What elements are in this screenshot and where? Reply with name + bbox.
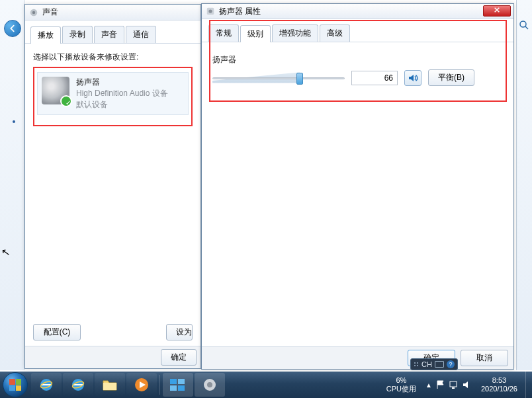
- sound-tabs: 播放 录制 声音 通信: [25, 20, 200, 44]
- cpu-usage-label: CPU使用: [386, 385, 416, 393]
- tab-advanced[interactable]: 高级: [320, 24, 350, 42]
- svg-rect-17: [178, 379, 185, 384]
- speaker-icon: [42, 77, 69, 104]
- taskbar-ie-button[interactable]: [31, 373, 62, 397]
- playback-instruction: 选择以下播放设备来修改设置:: [33, 52, 193, 63]
- lang-indicator[interactable]: CH: [421, 360, 432, 368]
- network-icon[interactable]: [449, 380, 459, 389]
- slider-track: [212, 77, 345, 79]
- tab-sounds[interactable]: 声音: [94, 26, 124, 43]
- sound-icon: [29, 8, 38, 17]
- volume-icon: [408, 73, 418, 83]
- close-icon: [494, 7, 500, 13]
- svg-point-6: [414, 362, 416, 364]
- cpu-usage-percent: 6%: [386, 376, 416, 385]
- taskbar-explorer-button[interactable]: [95, 373, 125, 397]
- device-item-speaker[interactable]: 扬声器 High Definition Audio 设备 默认设备: [37, 72, 189, 115]
- svg-rect-16: [170, 379, 177, 384]
- svg-line-1: [525, 26, 528, 29]
- sound-dialog-titlebar[interactable]: 声音: [25, 5, 200, 20]
- start-button[interactable]: [3, 372, 28, 397]
- lang-grip-icon: [414, 362, 419, 367]
- taskbar-sound-window[interactable]: [195, 373, 225, 397]
- svg-point-0: [520, 21, 526, 27]
- set-default-button[interactable]: 设为: [166, 324, 193, 340]
- show-desktop-button[interactable]: [525, 372, 532, 398]
- prop-dialog-footer: 确定 取消: [202, 346, 513, 369]
- prop-tabs: 常规 级别 增强功能 高级: [202, 19, 513, 42]
- svg-rect-22: [450, 381, 457, 387]
- system-tray: ▲: [421, 380, 476, 389]
- explorer-nav-pane: [0, 0, 24, 370]
- configure-button[interactable]: 配置(C): [33, 324, 81, 340]
- svg-rect-23: [452, 387, 455, 389]
- balance-button[interactable]: 平衡(B): [428, 69, 474, 86]
- search-icon[interactable]: [519, 20, 529, 30]
- desktop-tiles-icon: [169, 378, 187, 391]
- tab-communications[interactable]: 通信: [126, 26, 156, 43]
- ie-icon: [38, 377, 54, 393]
- close-button[interactable]: [483, 5, 511, 17]
- taskbar-mediaplayer-button[interactable]: [126, 373, 157, 397]
- clock-date: 2020/10/26: [481, 385, 517, 393]
- svg-rect-19: [178, 385, 185, 391]
- prop-dialog-titlebar[interactable]: 扬声器 属性: [202, 4, 513, 19]
- taskbar-separator: [159, 375, 160, 395]
- svg-point-5: [208, 9, 212, 13]
- taskbar-right: 6% CPU使用 ▲ 8:53 2020/10/26: [381, 372, 532, 398]
- slider-thumb[interactable]: [296, 73, 303, 85]
- help-icon[interactable]: ?: [447, 360, 455, 368]
- volume-tray-icon[interactable]: [463, 380, 472, 389]
- device-status: 默认设备: [76, 99, 168, 110]
- tab-playback[interactable]: 播放: [30, 26, 61, 44]
- taskbar-ie-button-2[interactable]: [63, 373, 93, 397]
- speaker-task-icon: [202, 377, 218, 393]
- taskbar-clock[interactable]: 8:53 2020/10/26: [476, 376, 523, 393]
- device-name: 扬声器: [76, 77, 168, 88]
- tray-expand-icon[interactable]: ▲: [425, 381, 432, 389]
- sound-dialog-title: 声音: [42, 7, 58, 18]
- keyboard-icon[interactable]: [435, 361, 444, 368]
- device-subtitle: High Definition Audio 设备: [76, 88, 168, 99]
- speaker-small-icon: [206, 7, 215, 16]
- explorer-right-pane: [516, 0, 532, 370]
- prop-dialog-title: 扬声器 属性: [219, 6, 261, 17]
- sound-dialog: 声音 播放 录制 声音 通信 选择以下播放设备来修改设置: 扬声器 High D…: [24, 4, 201, 369]
- speaker-properties-dialog: 扬声器 属性 常规 级别 增强功能 高级 扬声器 平衡(B): [201, 3, 514, 370]
- playback-device-list[interactable]: 扬声器 High Definition Audio 设备 默认设备: [33, 67, 193, 126]
- taskbar: 6% CPU使用 ▲ 8:53 2020/10/26: [0, 372, 532, 398]
- tab-levels[interactable]: 级别: [240, 25, 271, 42]
- mute-button[interactable]: [404, 70, 421, 86]
- cpu-usage-meter[interactable]: 6% CPU使用: [381, 376, 421, 393]
- taskbar-desktop-manager[interactable]: [163, 373, 193, 397]
- sound-ok-button[interactable]: 确定: [161, 349, 197, 366]
- tab-enhancements[interactable]: 增强功能: [272, 24, 318, 42]
- level-section-label: 扬声器: [212, 54, 503, 65]
- svg-point-8: [414, 365, 416, 366]
- volume-value-input[interactable]: [351, 71, 398, 85]
- arrow-left-icon: [8, 24, 17, 33]
- tab-general[interactable]: 常规: [208, 24, 239, 42]
- svg-rect-18: [170, 385, 177, 391]
- back-button[interactable]: [4, 20, 21, 37]
- ie-icon: [70, 377, 86, 393]
- sound-dialog-footer: 确定: [25, 346, 200, 368]
- folder-icon: [102, 378, 118, 391]
- media-player-icon: [134, 377, 150, 393]
- clock-time: 8:53: [481, 376, 517, 385]
- svg-point-7: [417, 362, 418, 364]
- windows-logo-icon: [9, 379, 21, 391]
- bullet-icon: [13, 120, 15, 123]
- language-bar[interactable]: CH ?: [410, 358, 458, 370]
- flag-icon[interactable]: [436, 380, 445, 389]
- svg-point-9: [417, 365, 418, 366]
- volume-slider[interactable]: [212, 71, 345, 85]
- svg-rect-14: [103, 383, 116, 390]
- svg-point-3: [32, 11, 35, 13]
- svg-point-21: [207, 382, 212, 387]
- tab-recording[interactable]: 录制: [62, 26, 93, 43]
- prop-cancel-button[interactable]: 取消: [461, 350, 508, 366]
